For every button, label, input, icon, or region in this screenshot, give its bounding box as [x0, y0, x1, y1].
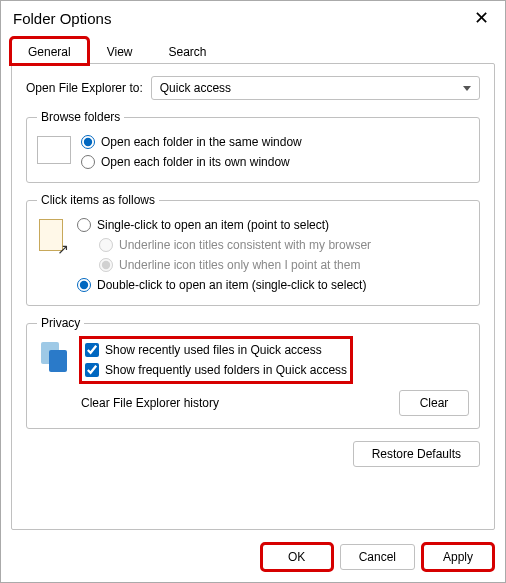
dialog-buttons: OK Cancel Apply [1, 538, 505, 582]
chevron-down-icon [463, 86, 471, 91]
open-explorer-select[interactable]: Quick access [151, 76, 480, 100]
tab-panel-general: Open File Explorer to: Quick access Brow… [11, 63, 495, 530]
clear-history-label: Clear File Explorer history [81, 396, 219, 410]
restore-defaults-button[interactable]: Restore Defaults [353, 441, 480, 467]
radio-underline-point-input [99, 258, 113, 272]
check-recent-files-input[interactable] [85, 343, 99, 357]
radio-double-click[interactable]: Double-click to open an item (single-cli… [77, 275, 469, 295]
titlebar: Folder Options ✕ [1, 1, 505, 33]
click-items-group: Click items as follows Single-click to o… [26, 193, 480, 306]
radio-underline-browser-input [99, 238, 113, 252]
radio-single-click-input[interactable] [77, 218, 91, 232]
close-icon[interactable]: ✕ [468, 7, 495, 29]
privacy-icon [37, 340, 71, 374]
ok-button[interactable]: OK [262, 544, 332, 570]
browse-folders-legend: Browse folders [37, 110, 124, 124]
window-title: Folder Options [13, 10, 111, 27]
check-frequent-folders-input[interactable] [85, 363, 99, 377]
click-items-legend: Click items as follows [37, 193, 159, 207]
apply-button[interactable]: Apply [423, 544, 493, 570]
radio-underline-point: Underline icon titles only when I point … [99, 255, 469, 275]
tab-general[interactable]: General [11, 38, 88, 64]
privacy-group: Privacy Show recently used files in Quic… [26, 316, 480, 429]
tabstrip: General View Search [1, 37, 505, 63]
radio-same-window[interactable]: Open each folder in the same window [81, 132, 469, 152]
clear-button[interactable]: Clear [399, 390, 469, 416]
tab-search[interactable]: Search [152, 38, 224, 64]
browse-folders-group: Browse folders Open each folder in the s… [26, 110, 480, 183]
radio-underline-browser: Underline icon titles consistent with my… [99, 235, 469, 255]
folder-options-dialog: Folder Options ✕ General View Search Ope… [0, 0, 506, 583]
clear-history-row: Clear File Explorer history Clear [81, 390, 469, 416]
radio-own-window-input[interactable] [81, 155, 95, 169]
open-explorer-value: Quick access [160, 81, 231, 95]
check-recent-files[interactable]: Show recently used files in Quick access [85, 340, 347, 360]
cancel-button[interactable]: Cancel [340, 544, 415, 570]
window-icon [37, 136, 71, 164]
tab-view[interactable]: View [90, 38, 150, 64]
radio-own-window[interactable]: Open each folder in its own window [81, 152, 469, 172]
check-frequent-folders[interactable]: Show frequently used folders in Quick ac… [85, 360, 347, 380]
radio-single-click[interactable]: Single-click to open an item (point to s… [77, 215, 469, 235]
privacy-legend: Privacy [37, 316, 84, 330]
document-cursor-icon [37, 219, 67, 255]
radio-double-click-input[interactable] [77, 278, 91, 292]
open-explorer-label: Open File Explorer to: [26, 81, 143, 95]
open-explorer-row: Open File Explorer to: Quick access [26, 76, 480, 100]
radio-same-window-input[interactable] [81, 135, 95, 149]
